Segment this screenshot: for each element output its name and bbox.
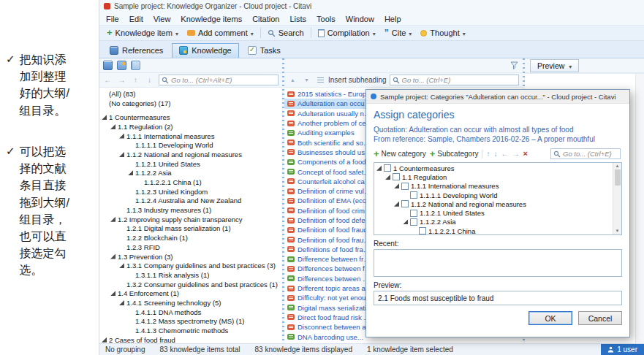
preview-scrollbar[interactable] (635, 74, 644, 343)
category-tree-item[interactable]: 1.3.1 Company guidelines and best practi… (99, 261, 282, 270)
category-tree-item[interactable]: 1.4.1.2 Mass spectrometry (MS) (1) (99, 317, 282, 327)
tree-expander-icon[interactable] (394, 183, 399, 188)
tree-expander-icon[interactable] (102, 337, 107, 343)
subcategory-button[interactable]: Subcategory (430, 150, 479, 158)
move-item-down-button[interactable] (300, 75, 313, 86)
dialog-category-item[interactable]: 1.1.2 National and regional measures (374, 199, 621, 208)
ok-button[interactable]: OK (529, 311, 572, 325)
view-groups-button[interactable] (129, 60, 142, 72)
category-tree-item[interactable]: 1.1.2.2.1 China (1) (99, 178, 282, 187)
tree-expander-icon[interactable] (128, 170, 133, 175)
view-keywords-button[interactable] (115, 60, 128, 72)
tree-expander-icon[interactable] (119, 134, 124, 139)
category-tree-item[interactable]: 1.2.1 Digital mass serialization (1) (99, 224, 282, 234)
tab-tasks[interactable]: Tasks (240, 43, 288, 58)
move-right-button[interactable] (115, 75, 128, 86)
tree-expander-icon[interactable] (385, 175, 390, 180)
category-tree-item[interactable]: 1.4.1.3 Chemometric methods (99, 326, 282, 335)
new-category-button[interactable]: New category (374, 150, 426, 158)
dialog-category-item[interactable]: 1 Countermeasures (374, 164, 621, 172)
category-tree-item[interactable]: 1.3.1.1 Risk analysis (1) (99, 270, 282, 280)
view-categories-button[interactable] (102, 60, 114, 72)
category-tree-item[interactable]: 2 Cases of food fraud (99, 335, 282, 343)
thought-button[interactable]: Thought (416, 27, 469, 39)
category-tree-item[interactable]: 1.1.2 National and regional measures (99, 150, 282, 159)
category-tree-item[interactable]: 1.1.3 Industry measures (1) (99, 205, 282, 215)
move-down-button[interactable] (143, 75, 156, 86)
tree-expander-icon[interactable] (119, 300, 124, 305)
category-checkbox[interactable] (410, 191, 417, 199)
category-checkbox[interactable] (401, 200, 409, 207)
move-category-right-button[interactable] (512, 150, 519, 158)
category-tree-item[interactable]: 1.1.2.1 United States (99, 159, 282, 169)
insert-subheading-button[interactable] (314, 75, 327, 86)
cancel-button[interactable]: Cancel (578, 311, 622, 325)
category-checkbox[interactable] (410, 218, 417, 226)
category-tree-item[interactable]: 1.2 Improving supply chain transparency (99, 215, 282, 224)
category-tree-item[interactable]: 1.3 Prevention (3) (99, 252, 282, 262)
menu-item[interactable]: Help (379, 14, 406, 24)
knowledge-item-button[interactable]: Knowledge item (102, 27, 183, 39)
category-checkbox[interactable] (401, 183, 409, 190)
dialog-category-item[interactable]: 1.1.2.1 United States (374, 208, 621, 217)
category-tree-item[interactable]: 1.1.2.3 United Kingdom (99, 187, 282, 196)
menu-item[interactable]: View (148, 14, 176, 24)
category-checkbox[interactable] (393, 173, 400, 180)
category-checkbox[interactable] (384, 164, 391, 172)
category-tree-item[interactable]: 1.1.1.1 Developing World (99, 140, 282, 150)
tree-expander-icon[interactable] (394, 202, 399, 207)
dialog-goto-input[interactable] (563, 150, 618, 158)
preview-dropdown-button[interactable]: Preview (530, 59, 579, 72)
tree-expander-icon[interactable] (110, 217, 115, 222)
dialog-category-item[interactable]: 1.1.2.2 Asia (374, 218, 621, 226)
dialog-category-item[interactable]: 1.1 Regulation (374, 172, 621, 181)
category-checkbox[interactable] (419, 227, 426, 234)
tree-expander-icon[interactable] (102, 115, 107, 120)
filter-button[interactable] (508, 60, 520, 72)
category-tree-item[interactable]: 1.2.3 RFID (99, 243, 282, 252)
category-tree-item[interactable]: (No categories) (17) (99, 99, 282, 108)
menu-item[interactable]: Citation (247, 14, 284, 24)
tree-expander-icon[interactable] (110, 254, 115, 259)
menu-item[interactable]: Window (341, 14, 379, 24)
tree-expander-icon[interactable] (119, 263, 124, 268)
category-tree-item[interactable]: 1.2.2 Blockchain (1) (99, 233, 282, 243)
compilation-button[interactable]: Compilation (314, 27, 380, 39)
reference-line[interactable]: From reference: Sample, Chambers 2016-02… (374, 135, 622, 143)
category-tree-item[interactable]: 1.1.1 International measures (99, 131, 282, 141)
tree-expander-icon[interactable] (376, 166, 382, 171)
tree-expander-icon[interactable] (403, 219, 408, 224)
scroll-down-icon[interactable] (615, 228, 620, 234)
menu-item[interactable]: Knowledge items (175, 14, 247, 24)
category-tree-item[interactable]: 1.1 Regulation (2) (99, 122, 282, 131)
menu-item[interactable]: Tools (311, 14, 341, 24)
tree-expander-icon[interactable] (110, 124, 115, 129)
online-users-button[interactable]: 1 user (601, 344, 644, 355)
category-tree-item[interactable]: (All) (83) (99, 89, 282, 99)
tree-expander-icon[interactable] (119, 152, 124, 157)
tree-expander-icon[interactable] (110, 291, 115, 296)
category-tree-item[interactable]: 1.3.2 Consumer guidelines and best pract… (99, 280, 282, 289)
dialog-tree-scrollbar[interactable] (613, 163, 621, 234)
move-category-up-button[interactable] (486, 150, 490, 158)
move-left-button[interactable] (102, 75, 114, 86)
move-item-up-button[interactable] (287, 75, 299, 86)
category-tree-item[interactable]: 1 Countermeasures (99, 112, 282, 122)
scroll-thumb[interactable] (615, 169, 621, 186)
category-checkbox[interactable] (410, 210, 417, 217)
menu-item[interactable]: Edit (124, 14, 148, 24)
category-tree-item[interactable]: 1.4.1 Screening technology (5) (99, 298, 282, 308)
menu-item[interactable]: Lists (284, 14, 311, 24)
knowledge-goto-input[interactable] (402, 76, 516, 84)
category-goto-input[interactable] (171, 76, 276, 84)
category-tree-item[interactable]: 1.4.1.1 DNA methods (99, 308, 282, 317)
dialog-category-item[interactable]: 1.1.2.2.1 China (374, 226, 621, 235)
scroll-up-icon[interactable] (615, 163, 620, 169)
menu-item[interactable]: File (101, 14, 124, 24)
search-button[interactable]: Search (263, 27, 308, 39)
category-tree-item[interactable]: 1.4 Enforcement (1) (99, 289, 282, 298)
dialog-category-item[interactable]: 1.1.1.1 Developing World (374, 191, 621, 199)
move-category-left-button[interactable] (501, 150, 508, 158)
cite-button[interactable]: Cite (380, 27, 417, 39)
move-up-button[interactable] (129, 75, 142, 86)
